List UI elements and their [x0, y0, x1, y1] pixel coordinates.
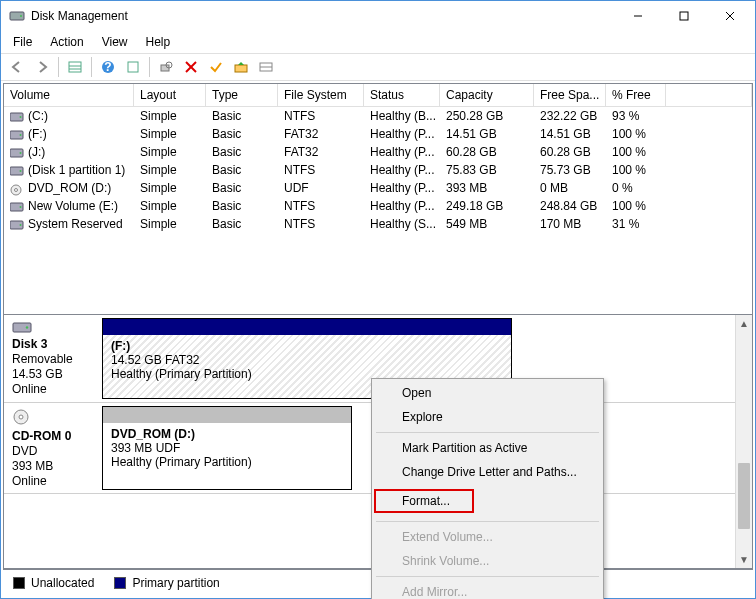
cell-type: Basic	[206, 144, 278, 160]
partition-desc: 14.52 GB FAT32	[111, 353, 503, 367]
forward-button[interactable]	[30, 55, 54, 79]
titlebar: Disk Management	[1, 1, 755, 31]
volume-list-body[interactable]: (C:)SimpleBasicNTFSHealthy (B...250.28 G…	[4, 107, 752, 314]
details-button[interactable]	[254, 55, 278, 79]
context-open[interactable]: Open	[374, 381, 601, 405]
context-separator	[376, 432, 599, 433]
minimize-button[interactable]	[615, 1, 661, 31]
cell-layout: Simple	[134, 126, 206, 142]
disk-state: Online	[12, 382, 96, 396]
context-shrink: Shrink Volume...	[374, 549, 601, 573]
context-separator	[376, 521, 599, 522]
cell-type: Basic	[206, 216, 278, 232]
check-button[interactable]	[204, 55, 228, 79]
cell-filesystem: NTFS	[278, 216, 364, 232]
menu-view[interactable]: View	[94, 33, 136, 51]
col-volume[interactable]: Volume	[4, 84, 134, 106]
legend-label-primary: Primary partition	[132, 576, 219, 590]
cell-type: Basic	[206, 198, 278, 214]
context-separator	[376, 576, 599, 577]
cell-freespace: 60.28 GB	[534, 144, 606, 160]
legend-swatch-unallocated	[13, 577, 25, 589]
folder-up-button[interactable]	[229, 55, 253, 79]
svg-point-22	[20, 134, 22, 136]
cell-layout: Simple	[134, 144, 206, 160]
table-row[interactable]: (J:)SimpleBasicFAT32Healthy (P...60.28 G…	[4, 143, 752, 161]
svg-point-24	[20, 152, 22, 154]
app-icon	[9, 8, 25, 24]
context-change-letter[interactable]: Change Drive Letter and Paths...	[374, 460, 601, 484]
legend-primary: Primary partition	[114, 576, 219, 590]
scrollbar-vertical[interactable]: ▲ ▼	[735, 315, 752, 568]
cell-status: Healthy (P...	[364, 162, 440, 178]
cell-layout: Simple	[134, 180, 206, 196]
window-title: Disk Management	[31, 9, 615, 23]
table-row[interactable]: (Disk 1 partition 1)SimpleBasicNTFSHealt…	[4, 161, 752, 179]
disk-name: CD-ROM 0	[12, 429, 96, 443]
disk-map-dvd[interactable]: DVD_ROM (D:) 393 MB UDF Healthy (Primary…	[102, 406, 352, 490]
scroll-track[interactable]	[736, 332, 752, 551]
refresh-button[interactable]	[121, 55, 145, 79]
context-mark-active[interactable]: Mark Partition as Active	[374, 436, 601, 460]
close-button[interactable]	[707, 1, 753, 31]
volume-list-header: Volume Layout Type File System Status Ca…	[4, 84, 752, 107]
context-explore[interactable]: Explore	[374, 405, 601, 429]
svg-rect-16	[235, 65, 247, 72]
table-row[interactable]: DVD_ROM (D:)SimpleBasicUDFHealthy (P...3…	[4, 179, 752, 197]
cell-capacity: 60.28 GB	[440, 144, 534, 160]
scroll-thumb[interactable]	[738, 463, 750, 529]
cell-layout: Simple	[134, 198, 206, 214]
menu-file[interactable]: File	[5, 33, 40, 51]
maximize-button[interactable]	[661, 1, 707, 31]
cell-pctfree: 0 %	[606, 180, 666, 196]
scroll-up-button[interactable]: ▲	[736, 315, 752, 332]
cell-freespace: 0 MB	[534, 180, 606, 196]
svg-text:?: ?	[104, 60, 111, 74]
cell-pctfree: 100 %	[606, 144, 666, 160]
col-layout[interactable]: Layout	[134, 84, 206, 106]
delete-button[interactable]	[179, 55, 203, 79]
cell-layout: Simple	[134, 162, 206, 178]
cell-volume: System Reserved	[4, 216, 134, 232]
drive-icon	[10, 148, 24, 158]
cell-type: Basic	[206, 126, 278, 142]
col-pctfree[interactable]: % Free	[606, 84, 666, 106]
col-freespace[interactable]: Free Spa...	[534, 84, 606, 106]
col-end[interactable]	[666, 84, 752, 106]
col-status[interactable]: Status	[364, 84, 440, 106]
context-format[interactable]: Format...	[374, 484, 601, 518]
cell-pctfree: 100 %	[606, 126, 666, 142]
disk-label: CD-ROM 0 DVD 393 MB Online	[6, 406, 102, 490]
col-capacity[interactable]: Capacity	[440, 84, 534, 106]
disk-kind: Removable	[12, 352, 96, 366]
cell-status: Healthy (B...	[364, 108, 440, 124]
cell-freespace: 14.51 GB	[534, 126, 606, 142]
disk-label: Disk 3 Removable 14.53 GB Online	[6, 318, 102, 399]
menubar: File Action View Help	[1, 31, 755, 53]
toolbar-separator	[91, 57, 92, 77]
volume-list: Volume Layout Type File System Status Ca…	[3, 83, 753, 315]
menu-help[interactable]: Help	[138, 33, 179, 51]
table-row[interactable]: (F:)SimpleBasicFAT32Healthy (P...14.51 G…	[4, 125, 752, 143]
table-row[interactable]: System ReservedSimpleBasicNTFSHealthy (S…	[4, 215, 752, 233]
view-list-button[interactable]	[63, 55, 87, 79]
col-type[interactable]: Type	[206, 84, 278, 106]
menu-action[interactable]: Action	[42, 33, 91, 51]
partition-header	[103, 407, 351, 423]
disk-icon	[12, 320, 96, 334]
format-highlight: Format...	[374, 489, 474, 513]
table-row[interactable]: (C:)SimpleBasicNTFSHealthy (B...250.28 G…	[4, 107, 752, 125]
cell-filesystem: FAT32	[278, 126, 364, 142]
help-button[interactable]: ?	[96, 55, 120, 79]
cell-status: Healthy (S...	[364, 216, 440, 232]
drive-icon	[10, 166, 24, 176]
drive-icon	[10, 130, 24, 140]
col-filesystem[interactable]: File System	[278, 84, 364, 106]
properties-button[interactable]	[154, 55, 178, 79]
legend-swatch-primary	[114, 577, 126, 589]
table-row[interactable]: New Volume (E:)SimpleBasicNTFSHealthy (P…	[4, 197, 752, 215]
svg-point-28	[15, 188, 18, 191]
partition-body: DVD_ROM (D:) 393 MB UDF Healthy (Primary…	[103, 423, 351, 489]
scroll-down-button[interactable]: ▼	[736, 551, 752, 568]
back-button[interactable]	[5, 55, 29, 79]
